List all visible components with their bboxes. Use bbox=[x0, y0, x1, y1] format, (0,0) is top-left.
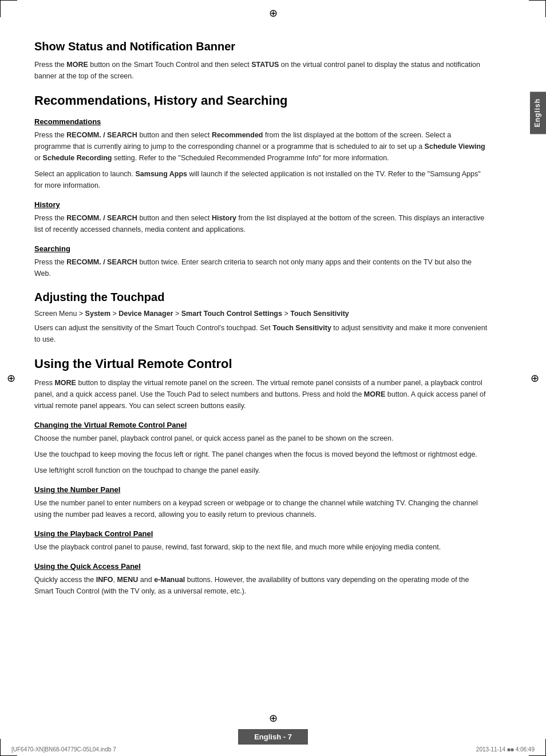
show-status-para: Press the MORE button on the Smart Touch… bbox=[34, 59, 489, 82]
page-container: ⊕ ⊕ ⊕ ⊕ English Show Status and Notifica… bbox=[0, 0, 546, 756]
subsection-recommendations: Recommendations bbox=[34, 117, 489, 126]
keyword-history: History bbox=[212, 214, 236, 222]
keyword-more-1: MORE bbox=[66, 61, 88, 69]
section-title-virtual-remote: Using the Virtual Remote Control bbox=[34, 357, 489, 371]
reg-mark-bottom: ⊕ bbox=[269, 712, 278, 725]
keyword-menu: MENU bbox=[117, 576, 139, 584]
subsection-changing-panel: Changing the Virtual Remote Control Pane… bbox=[34, 421, 489, 429]
section-title-recommendations: Recommendations, History and Searching bbox=[34, 93, 489, 108]
bottom-file-info: [UF6470-XN]BN68-04779C-05L04.indb 7 bbox=[11, 746, 116, 753]
keyword-recomm-3: RECOMM. / SEARCH bbox=[66, 258, 137, 266]
touchpad-para: Users can adjust the sensitivity of the … bbox=[34, 322, 489, 345]
keyword-samsung-apps: Samsung Apps bbox=[136, 170, 188, 178]
keyword-schedule-recording: Schedule Recording bbox=[43, 154, 112, 162]
changing-panel-para-1: Choose the number panel, playback contro… bbox=[34, 433, 489, 444]
corner-tr-h bbox=[529, 0, 546, 1]
quick-access-para: Quickly access the INFO, MENU and e-Manu… bbox=[34, 574, 489, 597]
keyword-recommended: Recommended bbox=[212, 131, 263, 139]
keyword-touch-sensitivity: Touch Sensitivity bbox=[272, 324, 331, 332]
subsection-playback-panel: Using the Playback Control Panel bbox=[34, 529, 489, 538]
nav-touch-sensitivity: Touch Sensitivity bbox=[290, 310, 349, 318]
subsection-searching: Searching bbox=[34, 244, 489, 253]
keyword-emanual: e-Manual bbox=[154, 576, 185, 584]
recommendations-para-1: Press the RECOMM. / SEARCH button and th… bbox=[34, 129, 489, 164]
searching-para: Press the RECOMM. / SEARCH button twice.… bbox=[34, 256, 489, 279]
keyword-recomm-1: RECOMM. / SEARCH bbox=[66, 131, 137, 139]
keyword-status: STATUS bbox=[251, 61, 279, 69]
english-tab: English bbox=[530, 92, 546, 134]
keyword-more-3: MORE bbox=[364, 390, 386, 398]
footer: English - 7 bbox=[0, 729, 546, 745]
main-content: Show Status and Notification Banner Pres… bbox=[34, 40, 512, 597]
footer-badge: English - 7 bbox=[238, 729, 308, 745]
recommendations-para-2: Select an application to launch. Samsung… bbox=[34, 168, 489, 191]
history-para: Press the RECOMM. / SEARCH button and th… bbox=[34, 212, 489, 235]
subsection-quick-access: Using the Quick Access Panel bbox=[34, 562, 489, 571]
keyword-schedule-viewing: Schedule Viewing bbox=[425, 143, 485, 151]
virtual-remote-para: Press MORE button to display the virtual… bbox=[34, 377, 489, 411]
playback-panel-para: Use the playback control panel to pause,… bbox=[34, 541, 489, 553]
section-title-show-status: Show Status and Notification Banner bbox=[34, 40, 489, 53]
nav-device-manager: Device Manager bbox=[118, 310, 173, 318]
keyword-more-2: MORE bbox=[54, 379, 76, 387]
nav-path-touchpad: Screen Menu > System > Device Manager > … bbox=[34, 310, 489, 318]
reg-mark-left: ⊕ bbox=[7, 372, 15, 385]
section-title-touchpad: Adjusting the Touchpad bbox=[34, 291, 489, 304]
reg-mark-right: ⊕ bbox=[531, 372, 539, 385]
changing-panel-para-2: Use the touchpad to keep moving the focu… bbox=[34, 449, 489, 460]
keyword-info: INFO bbox=[96, 576, 113, 584]
nav-smart-touch: Smart Touch Control Settings bbox=[181, 310, 282, 318]
subsection-number-panel: Using the Number Panel bbox=[34, 485, 489, 494]
keyword-recomm-2: RECOMM. / SEARCH bbox=[66, 214, 137, 222]
number-panel-para: Use the number panel to enter numbers on… bbox=[34, 497, 489, 520]
corner-tl-h bbox=[0, 0, 17, 1]
changing-panel-para-3: Use left/right scroll function on the to… bbox=[34, 465, 489, 476]
subsection-history: History bbox=[34, 200, 489, 209]
nav-system: System bbox=[85, 310, 110, 318]
corner-tl-v bbox=[0, 0, 1, 17]
reg-mark-top: ⊕ bbox=[269, 7, 278, 19]
bottom-date: 2013-11-14 ■■ 4:06:49 bbox=[476, 746, 535, 753]
